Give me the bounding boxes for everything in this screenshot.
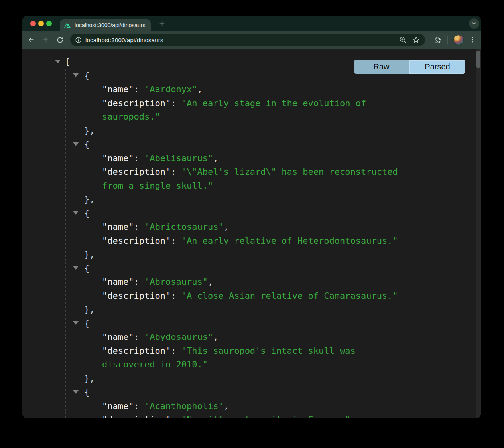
json-colon: : xyxy=(134,222,144,232)
profile-avatar[interactable] xyxy=(453,35,464,45)
json-string-value: "A close Asian relative of Camarasaurus.… xyxy=(181,291,398,301)
json-open-brace: { xyxy=(84,263,89,273)
json-comma: , xyxy=(197,84,202,94)
close-window-button[interactable] xyxy=(30,21,36,26)
toolbar-divider xyxy=(447,36,448,44)
collapse-arrow-icon[interactable] xyxy=(73,73,79,77)
json-entry: {"name": "Aardonyx","description": "An e… xyxy=(22,69,481,138)
json-object-body: "name": "Abrosaurus","description": "A c… xyxy=(22,275,481,303)
json-kv-line: "name": "Abrosaurus", xyxy=(22,275,407,289)
json-comma: , xyxy=(213,153,218,163)
json-string-value: "Abydosaurus" xyxy=(144,332,213,342)
json-string-value: "Aardonyx" xyxy=(144,84,197,94)
collapse-arrow-icon[interactable] xyxy=(73,266,79,270)
json-key: "description" xyxy=(102,414,171,418)
json-object-close: }, xyxy=(22,303,481,317)
json-root-bracket: [ xyxy=(65,57,70,67)
json-close-brace: }, xyxy=(84,126,95,136)
scrollbar-thumb[interactable] xyxy=(476,51,480,68)
site-info-icon[interactable] xyxy=(75,37,82,43)
json-kv-line: "description": "This sauropod's intact s… xyxy=(22,344,407,372)
json-object-body: "name": "Aardonyx","description": "An ea… xyxy=(22,83,481,124)
view-toggle: Raw Parsed xyxy=(354,60,465,74)
json-string-value: "Abrosaurus" xyxy=(144,277,208,287)
json-object-open: { xyxy=(22,262,481,276)
json-object-open: { xyxy=(22,138,481,152)
collapse-arrow-icon[interactable] xyxy=(73,211,79,215)
collapse-arrow-icon[interactable] xyxy=(73,321,79,325)
browser-toolbar: localhost:3000/api/dinosaurs xyxy=(22,31,481,49)
json-kv-line: "description": "An early stage in the ev… xyxy=(22,97,407,124)
zoom-window-button[interactable] xyxy=(46,21,52,26)
json-kv-line: "name": "Abrictosaurus", xyxy=(22,220,407,234)
json-entry: {"name": "Abydosaurus","description": "T… xyxy=(22,317,481,386)
json-open-brace: { xyxy=(84,318,89,328)
json-entry: {"name": "Abelisaurus","description": "\… xyxy=(22,138,481,207)
back-button[interactable] xyxy=(26,34,37,45)
site-favicon-icon xyxy=(64,22,71,29)
new-tab-button[interactable] xyxy=(156,18,167,29)
json-kv-line: "name": "Abydosaurus", xyxy=(22,330,407,344)
json-kv-line: "description": "No, it's not a city in G… xyxy=(22,413,407,418)
json-colon: : xyxy=(171,236,181,246)
json-entry: {"name": "Acanthopholis","description": … xyxy=(22,385,481,418)
json-key: "name" xyxy=(102,277,134,287)
json-key: "name" xyxy=(102,401,134,411)
json-key: "description" xyxy=(102,167,171,177)
json-object-body: "name": "Abrictosaurus","description": "… xyxy=(22,220,481,248)
collapse-arrow-icon[interactable] xyxy=(73,390,79,394)
json-object-body: "name": "Abydosaurus","description": "Th… xyxy=(22,330,481,372)
url-text[interactable]: localhost:3000/api/dinosaurs xyxy=(85,37,393,43)
address-bar[interactable]: localhost:3000/api/dinosaurs xyxy=(70,34,425,46)
json-kv-line: "description": "\"Abel's lizard\" has be… xyxy=(22,165,407,193)
json-key: "name" xyxy=(102,153,134,163)
json-key: "name" xyxy=(102,84,134,94)
json-open-brace: { xyxy=(84,208,89,218)
json-kv-line: "name": "Aardonyx", xyxy=(22,83,407,97)
json-close-brace: }, xyxy=(84,194,95,204)
json-viewer: Raw Parsed [{"name": "Aardonyx","descrip… xyxy=(22,49,481,418)
raw-toggle-button[interactable]: Raw xyxy=(354,60,410,74)
browser-window: localhost:3000/api/dinosaurs xyxy=(22,16,481,418)
json-colon: : xyxy=(171,291,181,301)
zoom-page-icon[interactable] xyxy=(399,36,407,44)
tab-search-button[interactable] xyxy=(469,18,479,29)
json-close-brace: }, xyxy=(84,304,95,314)
browser-menu-icon[interactable] xyxy=(467,34,478,45)
json-comma: , xyxy=(224,222,229,232)
extensions-icon[interactable] xyxy=(432,34,443,45)
json-key: "description" xyxy=(102,236,171,246)
bookmark-star-icon[interactable] xyxy=(412,36,420,44)
json-open-brace: { xyxy=(84,71,89,81)
browser-tab[interactable]: localhost:3000/api/dinosaurs xyxy=(60,19,151,31)
tab-title: localhost:3000/api/dinosaurs xyxy=(75,22,145,28)
json-object-close: }, xyxy=(22,248,481,262)
json-colon: : xyxy=(134,332,144,342)
json-kv-line: "name": "Abelisaurus", xyxy=(22,152,407,166)
reload-button[interactable] xyxy=(54,34,65,45)
minimize-window-button[interactable] xyxy=(38,21,44,26)
json-kv-line: "description": "An early relative of Het… xyxy=(22,234,407,248)
json-entry: {"name": "Abrosaurus","description": "A … xyxy=(22,262,481,317)
json-close-brace: }, xyxy=(84,373,95,383)
json-string-value: "Acanthopholis" xyxy=(144,401,224,411)
json-close-brace: }, xyxy=(84,249,95,259)
json-key: "description" xyxy=(102,291,171,301)
json-object-close: }, xyxy=(22,124,481,138)
json-kv-line: "description": "A close Asian relative o… xyxy=(22,289,407,303)
json-colon: : xyxy=(134,277,144,287)
collapse-arrow-icon[interactable] xyxy=(55,60,61,63)
json-object-open: { xyxy=(22,207,481,221)
forward-button[interactable] xyxy=(40,34,51,45)
collapse-arrow-icon[interactable] xyxy=(73,142,79,146)
json-key: "name" xyxy=(102,332,134,342)
parsed-toggle-button[interactable]: Parsed xyxy=(410,60,465,74)
json-comma: , xyxy=(213,332,218,342)
json-colon: : xyxy=(134,401,144,411)
json-string-value: "Abrictosaurus" xyxy=(144,222,224,232)
tab-strip: localhost:3000/api/dinosaurs xyxy=(22,16,481,31)
scrollbar[interactable] xyxy=(476,49,481,418)
json-open-brace: { xyxy=(84,387,89,397)
json-key: "description" xyxy=(102,346,171,356)
json-colon: : xyxy=(134,84,144,94)
